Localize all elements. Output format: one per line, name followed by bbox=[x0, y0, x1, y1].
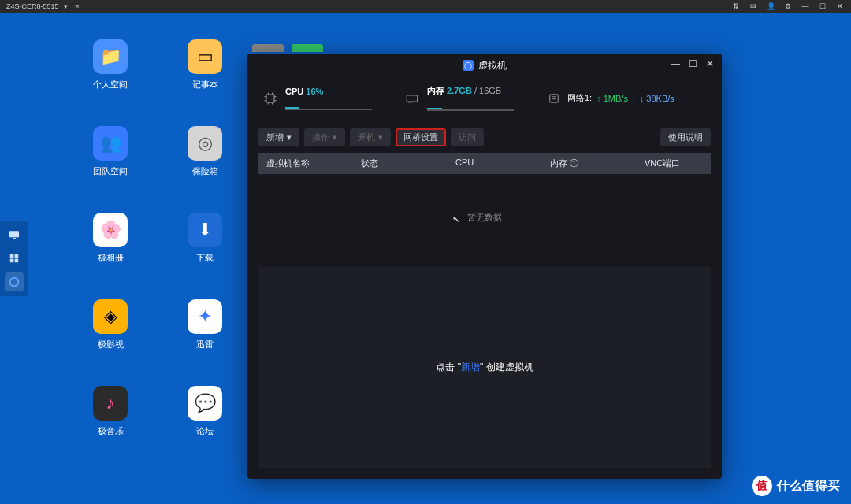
chevron-down-icon: ▾ bbox=[333, 132, 337, 143]
vm-toolbar: 新增▾ 操作▾ 开机▾ 网桥设置 访问 使用说明 bbox=[247, 122, 722, 153]
transfer-icon[interactable]: ⇅ bbox=[731, 2, 741, 11]
notepad-icon: ▭ bbox=[188, 39, 222, 74]
maximize-icon[interactable]: ☐ bbox=[818, 2, 827, 11]
col-mem[interactable]: 内存 ① bbox=[542, 158, 637, 169]
vm-titlebar[interactable]: ◯ 虚拟机 — ☐ ✕ bbox=[247, 54, 722, 77]
system-topbar: Z4S-CER8-5515 ▾ ⇅ ✉ 👤 ⚙ — ☐ ✕ bbox=[0, 0, 851, 13]
chevron-down-icon[interactable]: ▾ bbox=[64, 2, 68, 10]
download-icon: ⬇ bbox=[188, 213, 222, 247]
left-dock bbox=[0, 220, 28, 296]
svg-rect-3 bbox=[15, 254, 19, 258]
vm-prompt: 点击 " 新增 " 创建虚拟机 bbox=[258, 267, 711, 468]
desktop-xunlei[interactable]: ✦迅雷 bbox=[158, 299, 252, 386]
vm-title-text: 虚拟机 bbox=[478, 59, 507, 72]
cpu-icon bbox=[262, 90, 279, 107]
empty-text: 暂无数据 bbox=[467, 212, 502, 224]
vault-icon: ◎ bbox=[188, 126, 222, 161]
dock-vm-icon[interactable] bbox=[5, 272, 24, 291]
col-name[interactable]: 虚拟机名称 bbox=[258, 158, 353, 169]
window-minimize-icon[interactable]: — bbox=[670, 58, 681, 69]
desktop-notepad[interactable]: ▭记事本 bbox=[158, 39, 252, 126]
svg-rect-7 bbox=[266, 94, 274, 102]
desktop-vault[interactable]: ◎保险箱 bbox=[158, 126, 252, 213]
help-button[interactable]: 使用说明 bbox=[660, 128, 711, 146]
power-button[interactable]: 开机▾ bbox=[350, 128, 391, 146]
gear-icon[interactable]: ⚙ bbox=[783, 2, 793, 11]
svg-rect-4 bbox=[10, 259, 14, 263]
svg-rect-8 bbox=[407, 94, 417, 101]
chevron-down-icon: ▾ bbox=[378, 132, 383, 143]
bridge-settings-button[interactable]: 网桥设置 bbox=[396, 128, 446, 146]
prompt-keyword[interactable]: 新增 bbox=[461, 361, 480, 374]
folder-team-icon: 👥 bbox=[93, 126, 128, 161]
vm-table-body: ↖ 暂无数据 bbox=[258, 174, 711, 261]
desktop-video[interactable]: ◈极影视 bbox=[63, 299, 158, 386]
chevron-down-icon: ▾ bbox=[287, 132, 292, 143]
close-icon[interactable]: ✕ bbox=[835, 2, 845, 11]
svg-rect-9 bbox=[550, 94, 559, 102]
net-stat: 网络1: ↑ 1MB/s | ↓ 38KB/s bbox=[545, 90, 674, 107]
window-maximize-icon[interactable]: ☐ bbox=[687, 58, 698, 69]
desktop-download[interactable]: ⬇下载 bbox=[158, 213, 252, 299]
memory-icon bbox=[403, 90, 421, 107]
operate-button[interactable]: 操作▾ bbox=[304, 128, 345, 146]
desktop-team-space[interactable]: 👥团队空间 bbox=[63, 126, 158, 213]
desktop-grid: 📁个人空间 ▭记事本 👥团队空间 ◎保险箱 🌸极相册 ⬇下载 ◈极影视 ✦迅雷 … bbox=[63, 39, 252, 472]
dock-display-icon[interactable] bbox=[5, 225, 24, 244]
wifi-icon[interactable] bbox=[72, 2, 82, 11]
vm-stats-row: CPU 16% 内存 2.7GB / 16GB 网络1: ↑ 1MB/s | ↓… bbox=[247, 77, 722, 122]
xunlei-icon: ✦ bbox=[188, 299, 222, 334]
col-vnc[interactable]: VNC端口 bbox=[637, 158, 711, 169]
watermark-badge-icon: 值 bbox=[752, 476, 772, 496]
mem-stat: 内存 2.7GB / 16GB bbox=[403, 85, 514, 111]
svg-rect-0 bbox=[9, 231, 19, 237]
desktop-album[interactable]: 🌸极相册 bbox=[63, 213, 158, 299]
cpu-stat: CPU 16% bbox=[262, 87, 372, 110]
vm-window: ◯ 虚拟机 — ☐ ✕ CPU 16% 内存 2.7GB / 16GB bbox=[247, 54, 722, 479]
minimized-tabs bbox=[252, 44, 323, 52]
col-cpu[interactable]: CPU bbox=[448, 158, 542, 169]
svg-point-6 bbox=[10, 278, 19, 287]
app-tab[interactable] bbox=[252, 44, 284, 52]
cursor-icon: ↖ bbox=[452, 213, 460, 224]
video-icon: ◈ bbox=[93, 299, 128, 334]
vm-table-header: 虚拟机名称 状态 CPU 内存 ① VNC端口 bbox=[258, 153, 711, 174]
user-icon[interactable]: 👤 bbox=[766, 2, 775, 11]
minimize-icon[interactable]: — bbox=[801, 2, 810, 11]
desktop-forum[interactable]: 💬论坛 bbox=[158, 386, 252, 472]
chat-icon: 💬 bbox=[188, 386, 222, 421]
window-close-icon[interactable]: ✕ bbox=[704, 58, 715, 69]
desktop-personal-space[interactable]: 📁个人空间 bbox=[63, 39, 158, 126]
col-status[interactable]: 状态 bbox=[353, 158, 448, 169]
svg-rect-5 bbox=[15, 259, 19, 263]
dock-apps-icon[interactable] bbox=[5, 249, 24, 268]
network-icon bbox=[545, 90, 563, 107]
watermark: 值 什么值得买 bbox=[752, 476, 840, 496]
folder-icon: 📁 bbox=[93, 39, 128, 74]
music-icon: ♪ bbox=[93, 386, 128, 421]
svg-rect-2 bbox=[10, 254, 14, 258]
add-button[interactable]: 新增▾ bbox=[258, 128, 299, 146]
vm-logo-icon: ◯ bbox=[463, 60, 474, 71]
visit-button[interactable]: 访问 bbox=[451, 128, 484, 146]
svg-rect-1 bbox=[13, 238, 16, 239]
hostname[interactable]: Z4S-CER8-5515 bbox=[6, 2, 59, 10]
app-tab[interactable] bbox=[292, 44, 323, 52]
album-icon: 🌸 bbox=[93, 213, 128, 247]
desktop-music[interactable]: ♪极音乐 bbox=[63, 386, 158, 472]
mail-icon[interactable]: ✉ bbox=[749, 2, 758, 11]
